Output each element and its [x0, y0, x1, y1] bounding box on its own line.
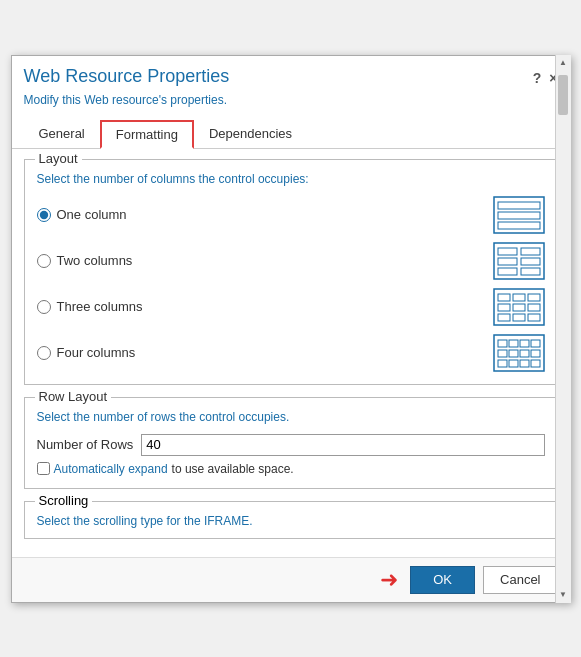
cancel-button[interactable]: Cancel	[483, 566, 557, 594]
svg-rect-17	[528, 304, 540, 311]
svg-rect-7	[498, 258, 517, 265]
grid-icon-one-col	[493, 196, 545, 234]
svg-rect-19	[513, 314, 525, 321]
row-layout-inner: Number of Rows Automatically expand to u…	[37, 434, 545, 476]
layout-row-three: Three columns	[37, 288, 545, 326]
tab-formatting[interactable]: Formatting	[100, 120, 194, 149]
number-of-rows-label: Number of Rows	[37, 437, 134, 452]
svg-rect-6	[521, 248, 540, 255]
svg-rect-2	[498, 212, 540, 219]
tab-bar: General Formatting Dependencies	[12, 119, 570, 149]
svg-rect-15	[498, 304, 510, 311]
svg-rect-12	[498, 294, 510, 301]
svg-rect-23	[509, 340, 518, 347]
number-of-rows-row: Number of Rows	[37, 434, 545, 456]
svg-rect-8	[521, 258, 540, 265]
svg-rect-29	[531, 350, 540, 357]
svg-rect-31	[509, 360, 518, 367]
svg-rect-22	[498, 340, 507, 347]
svg-rect-13	[513, 294, 525, 301]
radio-three-columns-label: Three columns	[57, 299, 143, 314]
auto-expand-label[interactable]: Automatically expand to use available sp…	[37, 462, 545, 476]
radio-four-columns-input[interactable]	[37, 346, 51, 360]
svg-rect-3	[498, 222, 540, 229]
layout-row-two: Two columns	[37, 242, 545, 280]
scrolling-section: Scrolling Select the scrolling type for …	[24, 501, 558, 539]
scroll-up-arrow[interactable]: ▲	[555, 55, 571, 71]
radio-two-columns-label: Two columns	[57, 253, 133, 268]
radio-three-columns-input[interactable]	[37, 300, 51, 314]
svg-rect-1	[498, 202, 540, 209]
svg-rect-32	[520, 360, 529, 367]
svg-rect-10	[521, 268, 540, 275]
layout-legend: Layout	[35, 151, 82, 166]
radio-one-column[interactable]: One column	[37, 207, 127, 222]
svg-rect-14	[528, 294, 540, 301]
radio-two-columns-input[interactable]	[37, 254, 51, 268]
dialog-title: Web Resource Properties	[24, 66, 230, 87]
radio-one-column-label: One column	[57, 207, 127, 222]
auto-expand-checkbox[interactable]	[37, 462, 50, 475]
layout-options: One column Two columns	[37, 196, 545, 372]
row-layout-description: Select the number of rows the control oc…	[37, 410, 545, 424]
scrolling-legend: Scrolling	[35, 493, 93, 508]
row-layout-legend: Row Layout	[35, 389, 112, 404]
help-icon[interactable]: ?	[533, 70, 542, 86]
radio-two-columns[interactable]: Two columns	[37, 253, 133, 268]
radio-three-columns[interactable]: Three columns	[37, 299, 143, 314]
grid-icon-two-col	[493, 242, 545, 280]
svg-rect-16	[513, 304, 525, 311]
layout-row-four: Four columns	[37, 334, 545, 372]
scrolling-description: Select the scrolling type for the IFRAME…	[37, 514, 545, 528]
row-layout-section: Row Layout Select the number of rows the…	[24, 397, 558, 489]
ok-button[interactable]: OK	[410, 566, 475, 594]
arrow-indicator: ➜	[380, 567, 398, 593]
tab-general[interactable]: General	[24, 120, 100, 149]
tab-dependencies[interactable]: Dependencies	[194, 120, 307, 149]
number-of-rows-input[interactable]	[141, 434, 544, 456]
svg-rect-33	[531, 360, 540, 367]
scrollbar[interactable]: ▲ ▼	[555, 55, 571, 603]
radio-one-column-input[interactable]	[37, 208, 51, 222]
scroll-thumb[interactable]	[558, 75, 568, 115]
svg-rect-18	[498, 314, 510, 321]
radio-four-columns-label: Four columns	[57, 345, 136, 360]
layout-description: Select the number of columns the control…	[37, 172, 545, 186]
radio-four-columns[interactable]: Four columns	[37, 345, 136, 360]
dialog-subtitle: Modify this Web resource's properties.	[12, 91, 570, 115]
svg-rect-20	[528, 314, 540, 321]
layout-row-one: One column	[37, 196, 545, 234]
svg-rect-27	[509, 350, 518, 357]
svg-rect-24	[520, 340, 529, 347]
scroll-down-arrow[interactable]: ▼	[555, 587, 571, 603]
auto-expand-suffix: to use available space.	[172, 462, 294, 476]
svg-rect-26	[498, 350, 507, 357]
svg-rect-5	[498, 248, 517, 255]
dialog-footer: ➜ OK Cancel	[12, 557, 570, 602]
dialog-body: Layout Select the number of columns the …	[12, 149, 570, 557]
svg-rect-30	[498, 360, 507, 367]
grid-icon-three-col	[493, 288, 545, 326]
svg-rect-25	[531, 340, 540, 347]
svg-rect-28	[520, 350, 529, 357]
svg-rect-9	[498, 268, 517, 275]
grid-icon-four-col	[493, 334, 545, 372]
auto-expand-text: Automatically expand	[54, 462, 168, 476]
layout-section: Layout Select the number of columns the …	[24, 159, 558, 385]
